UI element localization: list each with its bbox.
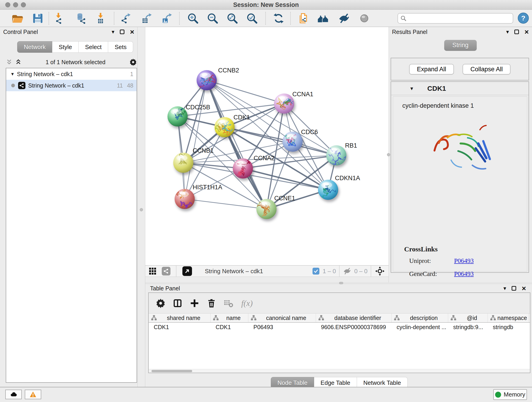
scrollbar-handle[interactable] [152, 370, 192, 372]
birdseye-toggle-icon[interactable] [182, 266, 192, 276]
network-edge[interactable] [207, 80, 284, 104]
node-table: f(x) shared namenamecanonical namedataba… [148, 293, 530, 373]
network-row[interactable]: String Network – cdk1 11 48 [6, 80, 137, 91]
import-table-icon[interactable] [95, 12, 107, 24]
cloud-button[interactable] [5, 390, 22, 399]
search-input[interactable] [407, 15, 513, 22]
panel-close-icon[interactable]: × [522, 286, 526, 291]
column-header-description[interactable]: description [392, 313, 448, 322]
table-horizontal-scrollbar[interactable] [149, 369, 530, 373]
table-cell[interactable]: P06493 [248, 323, 316, 332]
gene-section-header[interactable]: ▾ CDK1 [391, 82, 529, 95]
column-header-name[interactable]: name [210, 313, 248, 322]
column-header--id[interactable]: @id [448, 313, 488, 322]
network-node-CCNB1[interactable] [173, 153, 194, 173]
gene-expand-icon[interactable]: ▾ [410, 85, 413, 92]
panel-float-icon[interactable] [514, 30, 519, 34]
toolbar-separator [265, 12, 266, 25]
column-header-database-identifier[interactable]: database identifier [316, 313, 392, 322]
panel-menu-icon[interactable]: ▾ [506, 29, 509, 35]
warnings-button[interactable] [25, 390, 41, 399]
export-image-icon[interactable] [161, 12, 173, 24]
column-header-shared-name[interactable]: shared name [149, 313, 210, 322]
table-row[interactable]: CDK1CDK1P064939606.ENSP00000378699cyclin… [149, 323, 530, 332]
network-node-CCNB2[interactable] [196, 70, 217, 90]
network-edge[interactable] [185, 80, 207, 199]
network-node-CDKN1A[interactable] [318, 179, 338, 200]
export-table-icon[interactable] [141, 12, 152, 24]
open-session-icon[interactable] [12, 12, 23, 24]
splitter-grip[interactable] [140, 208, 143, 211]
collection-expand-icon[interactable]: ▾ [11, 71, 14, 77]
network-node-CCNE1[interactable] [256, 199, 277, 219]
clone-network-icon[interactable] [298, 12, 310, 24]
network-canvas[interactable]: CCNB2CCNA1CDC25BCDK1CDC6RB1CCNB1CCNA2CDK… [145, 27, 389, 282]
tab-network[interactable]: Network [17, 41, 52, 53]
column-header-namespace[interactable]: namespace [488, 313, 529, 322]
tab-select[interactable]: Select [79, 41, 108, 53]
show-all-networks-icon[interactable] [317, 12, 329, 24]
selected-checkbox-icon[interactable] [312, 268, 319, 274]
expand-all-button[interactable]: Expand All [409, 64, 454, 75]
table-cell[interactable]: CDK1 [149, 323, 210, 332]
zoom-in-icon[interactable] [187, 12, 199, 24]
panel-close-icon[interactable]: × [525, 30, 529, 34]
panel-float-icon[interactable] [120, 30, 124, 34]
network-node-RB1[interactable] [326, 145, 347, 166]
birdseye-crosshair-icon[interactable] [375, 266, 385, 276]
network-node-CCNA2[interactable] [233, 158, 253, 179]
show-columns-icon[interactable] [172, 298, 183, 308]
zoom-selected-icon[interactable] [246, 12, 258, 24]
hide-selected-icon[interactable] [338, 12, 350, 24]
horizontal-splitter[interactable] [145, 282, 532, 284]
network-collection-row[interactable]: ▾ String Network – cdk1 1 [6, 68, 137, 80]
search-box[interactable] [398, 13, 513, 24]
table-cell[interactable]: CDK1 [210, 323, 248, 332]
node-label: CDC6 [301, 128, 318, 136]
show-selected-icon[interactable] [358, 12, 370, 24]
tab-sets[interactable]: Sets [108, 41, 133, 53]
splitter-grip[interactable] [339, 282, 343, 284]
export-network-icon[interactable] [120, 12, 132, 24]
network-node-CDC25B[interactable] [167, 106, 188, 127]
network-node-CDK1[interactable] [214, 117, 235, 138]
table-cell[interactable]: 9606.ENSP00000378699 [316, 323, 392, 332]
add-column-icon[interactable] [190, 298, 200, 308]
grid-view-icon[interactable] [148, 267, 157, 275]
hidden-eye-icon[interactable] [343, 267, 351, 275]
tab-style[interactable]: Style [52, 41, 79, 53]
network-node-CCNA1[interactable] [274, 93, 294, 114]
panel-menu-icon[interactable]: ▾ [503, 285, 506, 292]
refresh-icon[interactable] [273, 12, 285, 24]
network-node-HIST1H1A[interactable] [174, 189, 195, 209]
column-header-canonical-name[interactable]: canonical name [248, 313, 316, 322]
table-options-gear-icon[interactable] [156, 298, 166, 308]
network-edge[interactable] [185, 199, 266, 209]
crosslink-link[interactable]: P06493 [454, 270, 474, 278]
import-database-icon[interactable] [75, 12, 87, 24]
zoom-fit-icon[interactable] [226, 12, 238, 24]
table-cell[interactable]: stringdb [488, 323, 529, 332]
share-network-icon[interactable] [162, 267, 171, 275]
import-network-icon[interactable] [53, 12, 65, 24]
delete-column-icon[interactable] [206, 298, 216, 308]
vertical-splitter[interactable] [138, 27, 145, 387]
table-cell[interactable]: cyclin-dependent ... [392, 323, 448, 332]
panel-float-icon[interactable] [512, 286, 516, 291]
crosslink-link[interactable]: P06493 [454, 257, 474, 264]
network-edge[interactable] [225, 127, 336, 155]
network-node-CDC6[interactable] [282, 131, 303, 152]
panel-close-icon[interactable]: × [130, 30, 134, 34]
network-options-gear-icon[interactable] [129, 58, 137, 66]
table-cell[interactable]: stringdb:9... [448, 323, 488, 332]
zoom-out-icon[interactable] [207, 12, 219, 24]
help-button[interactable]: ? [518, 13, 529, 24]
splitter-grip[interactable] [387, 153, 390, 156]
expand-all-icon[interactable] [15, 59, 22, 65]
save-session-icon[interactable] [32, 12, 44, 24]
panel-menu-icon[interactable]: ▾ [112, 29, 114, 35]
memory-button[interactable]: Memory [493, 389, 527, 400]
tab-string[interactable]: String [444, 40, 477, 51]
collapse-all-icon[interactable] [6, 59, 13, 65]
collapse-all-button[interactable]: Collapse All [462, 64, 510, 75]
